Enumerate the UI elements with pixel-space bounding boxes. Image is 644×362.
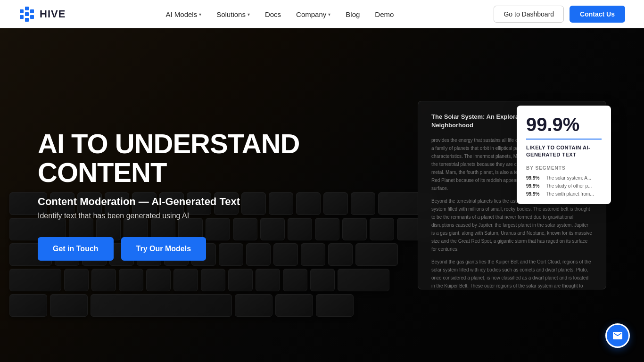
contact-us-button[interactable]: Contact Us — [570, 6, 625, 23]
stats-row-text: The sixth planet from... — [546, 191, 594, 197]
chevron-down-icon: ▾ — [199, 12, 201, 17]
svg-rect-4 — [25, 18, 29, 22]
chevron-down-icon: ▾ — [248, 12, 250, 17]
nav-actions: Go to Dashboard Contact Us — [494, 6, 625, 23]
stats-row-3: 99.9% The sixth planet from... — [526, 191, 602, 197]
stats-row-2: 99.9% The study of other p... — [526, 183, 602, 189]
stats-row-1: 99.9% The solar system: A... — [526, 175, 602, 181]
nav-item-docs[interactable]: Docs — [265, 10, 281, 18]
nav-item-solutions[interactable]: Solutions ▾ — [216, 10, 250, 18]
stats-percentage: 99.9% — [526, 115, 602, 134]
nav-item-ai-models[interactable]: AI Models ▾ — [165, 10, 201, 18]
hero-cta-buttons: Get in Touch Try Our Models — [38, 237, 322, 261]
hive-logo-icon — [19, 6, 36, 23]
chat-bubble-button[interactable] — [605, 323, 630, 348]
svg-rect-1 — [20, 15, 24, 19]
svg-rect-3 — [25, 12, 29, 16]
email-icon — [612, 330, 623, 341]
stats-card: 99.9% LIKELY TO CONTAIN AI-GENERATED TEX… — [517, 106, 611, 204]
stats-by-segments-label: BY SEGMENTS — [526, 165, 602, 171]
svg-rect-5 — [30, 9, 34, 13]
chevron-down-icon: ▾ — [328, 12, 330, 17]
hero-content: AI TO UNDERSTAND CONTENT Content Moderat… — [0, 28, 644, 362]
hero-title: AI TO UNDERSTAND CONTENT — [38, 130, 322, 187]
go-to-dashboard-button[interactable]: Go to Dashboard — [494, 6, 564, 23]
stats-row-pct: 99.9% — [526, 183, 543, 189]
stats-row-pct: 99.9% — [526, 175, 543, 181]
hero-left-panel: AI TO UNDERSTAND CONTENT Content Moderat… — [38, 130, 322, 261]
svg-rect-2 — [25, 7, 29, 10]
nav-links: AI Models ▾ Solutions ▾ Docs Company ▾ B… — [165, 10, 394, 18]
hero-subtitle: Content Moderation — AI-Generated Text — [38, 196, 322, 208]
hero-right-panel: The Solar System: An Exploration of Our … — [322, 101, 606, 289]
navigation: HIVE AI Models ▾ Solutions ▾ Docs Compan… — [0, 0, 644, 28]
nav-item-blog[interactable]: Blog — [346, 10, 360, 18]
stats-rows: 99.9% The solar system: A... 99.9% The s… — [526, 175, 602, 197]
logo-text: HIVE — [40, 8, 66, 20]
stats-label: LIKELY TO CONTAIN AI-GENERATED TEXT — [526, 144, 602, 159]
stats-row-text: The solar system: A... — [546, 175, 591, 181]
nav-item-demo[interactable]: Demo — [375, 10, 394, 18]
stats-divider — [526, 139, 602, 140]
stats-row-pct: 99.9% — [526, 191, 543, 197]
stats-row-text: The study of other p... — [546, 183, 592, 189]
nav-item-company[interactable]: Company ▾ — [296, 10, 330, 18]
svg-rect-6 — [30, 15, 34, 19]
get-in-touch-button[interactable]: Get in Touch — [38, 237, 114, 261]
svg-rect-0 — [20, 9, 24, 13]
logo-link[interactable]: HIVE — [19, 6, 66, 23]
try-our-models-button[interactable]: Try Our Models — [121, 237, 206, 261]
hero-description: Identify text that has been generated us… — [38, 212, 322, 220]
